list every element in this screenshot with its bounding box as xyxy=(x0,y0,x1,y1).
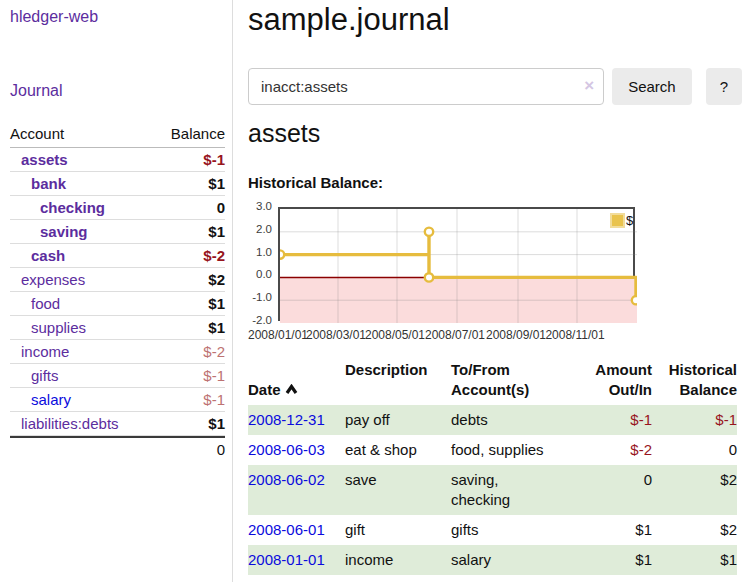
register-table: Date Description To/From Account(s) Amou… xyxy=(248,358,737,575)
sort-ascending-icon xyxy=(285,380,298,400)
transaction-description: income xyxy=(345,545,451,575)
accounts-table: Account Balance assets $-1 bank $1 check… xyxy=(10,122,225,461)
search-button[interactable]: Search xyxy=(612,68,692,105)
transaction-accounts: gifts xyxy=(451,515,575,545)
transaction-description: eat & shop xyxy=(345,435,451,465)
account-balance: $-2 xyxy=(203,343,225,360)
account-balance: $1 xyxy=(208,223,225,240)
transaction-balance: $-1 xyxy=(652,405,737,435)
register-row: 2008-06-02 save saving, checking 0 $2 xyxy=(248,465,737,515)
account-row-food: food $1 xyxy=(10,292,225,316)
x-axis-tick: 2008/11/01 xyxy=(545,328,604,342)
account-link[interactable]: bank xyxy=(10,175,66,192)
account-row-salary: salary $-1 xyxy=(10,388,225,412)
transaction-description: save xyxy=(345,465,451,515)
column-header-description: Description xyxy=(345,358,451,405)
register-header-row: Date Description To/From Account(s) Amou… xyxy=(248,358,737,405)
transaction-description: gift xyxy=(345,515,451,545)
account-link[interactable]: salary xyxy=(10,391,71,408)
account-link[interactable]: assets xyxy=(10,151,68,168)
account-link[interactable]: expenses xyxy=(10,271,85,288)
account-link[interactable]: saving xyxy=(10,223,88,240)
accounts-header-account: Account xyxy=(10,125,64,142)
transaction-balance: 0 xyxy=(652,435,737,465)
x-axis-tick: 2008/01/01 xyxy=(248,328,308,342)
account-balance: $1 xyxy=(208,319,225,336)
account-balance: $1 xyxy=(208,175,225,192)
historical-balance-chart: 3.0 2.0 1.0 0.0 -1.0 -2.0 xyxy=(248,195,742,345)
account-row-saving: saving $1 xyxy=(10,220,225,244)
register-row: 2008-12-31 pay off debts $-1 $-1 xyxy=(248,405,737,435)
app-brand-link[interactable]: hledger-web xyxy=(10,8,232,26)
chart-legend: $ xyxy=(611,213,634,228)
transaction-date-link[interactable]: 2008-06-03 xyxy=(248,435,345,465)
search-input[interactable] xyxy=(248,68,604,105)
sidebar-item-journal[interactable]: Journal xyxy=(10,82,232,100)
y-axis-tick: -2.0 xyxy=(242,314,272,326)
y-axis-tick: 1.0 xyxy=(242,246,272,258)
transaction-balance: $2 xyxy=(652,465,737,515)
search-box: × xyxy=(248,68,604,105)
date-header-label: Date xyxy=(248,381,281,398)
account-row-supplies: supplies $1 xyxy=(10,316,225,340)
account-link[interactable]: food xyxy=(10,295,60,312)
x-axis-tick: 2008/09/01 xyxy=(486,328,546,342)
transaction-description: pay off xyxy=(345,405,451,435)
account-row-checking: checking 0 xyxy=(10,196,225,220)
register-row: 2008-01-01 income salary $1 $1 xyxy=(248,545,737,575)
account-balance: $-1 xyxy=(203,391,225,408)
accounts-header-balance: Balance xyxy=(171,125,225,142)
account-balance: $1 xyxy=(208,415,225,432)
account-balance: $2 xyxy=(208,271,225,288)
x-axis-tick: 2008/03/01 xyxy=(306,328,366,342)
account-row-assets: assets $-1 xyxy=(10,148,225,172)
accounts-total-row: 0 xyxy=(10,436,225,461)
account-link[interactable]: liabilities:debts xyxy=(10,415,119,432)
main-content: sample.journal × Search ? assets Histori… xyxy=(248,0,742,582)
account-balance: $1 xyxy=(208,295,225,312)
transaction-date-link[interactable]: 2008-06-02 xyxy=(248,465,345,515)
y-axis-tick: 2.0 xyxy=(242,223,272,235)
plot-area: $ xyxy=(278,207,635,321)
account-balance: 0 xyxy=(217,199,225,216)
balance-line-plot: $ xyxy=(280,209,637,323)
account-row-bank: bank $1 xyxy=(10,172,225,196)
transaction-date-link[interactable]: 2008-12-31 xyxy=(248,405,345,435)
account-balance: $-1 xyxy=(203,151,225,168)
y-axis-tick: 0.0 xyxy=(242,268,272,280)
transaction-date-link[interactable]: 2008-06-01 xyxy=(248,515,345,545)
column-header-balance: Historical Balance xyxy=(652,358,737,405)
account-link[interactable]: supplies xyxy=(10,319,86,336)
transaction-accounts: saving, checking xyxy=(451,465,575,515)
search-bar: × Search ? xyxy=(248,68,742,105)
account-link[interactable]: income xyxy=(10,343,69,360)
account-link[interactable]: gifts xyxy=(10,367,59,384)
accounts-table-header: Account Balance xyxy=(10,122,225,148)
account-page-title: assets xyxy=(248,119,320,148)
legend-swatch xyxy=(611,214,624,227)
legend-label: $ xyxy=(626,213,634,228)
transaction-balance: $1 xyxy=(652,545,737,575)
clear-search-icon[interactable]: × xyxy=(584,76,594,96)
x-axis-tick: 2008/07/01 xyxy=(425,328,485,342)
account-row-gifts: gifts $-1 xyxy=(10,364,225,388)
account-row-cash: cash $-2 xyxy=(10,244,225,268)
column-header-amount: Amount Out/In xyxy=(575,358,652,405)
transaction-date-link[interactable]: 2008-01-01 xyxy=(248,545,345,575)
account-link[interactable]: checking xyxy=(10,199,105,216)
column-header-date[interactable]: Date xyxy=(248,358,345,405)
account-row-expenses: expenses $2 xyxy=(10,268,225,292)
account-link[interactable]: cash xyxy=(10,247,65,264)
transaction-amount: $1 xyxy=(575,545,652,575)
register-row: 2008-06-01 gift gifts $1 $2 xyxy=(248,515,737,545)
transaction-accounts: food, supplies xyxy=(451,435,575,465)
transaction-amount: $1 xyxy=(575,515,652,545)
transaction-amount: $-2 xyxy=(575,435,652,465)
account-balance: $-1 xyxy=(203,367,225,384)
help-button[interactable]: ? xyxy=(706,68,742,105)
account-row-liabilities-debts: liabilities:debts $1 xyxy=(10,412,225,436)
accounts-total-value: 0 xyxy=(217,441,225,458)
page-title: sample.journal xyxy=(248,2,450,38)
register-row: 2008-06-03 eat & shop food, supplies $-2… xyxy=(248,435,737,465)
x-axis-tick: 2008/05/01 xyxy=(365,328,425,342)
